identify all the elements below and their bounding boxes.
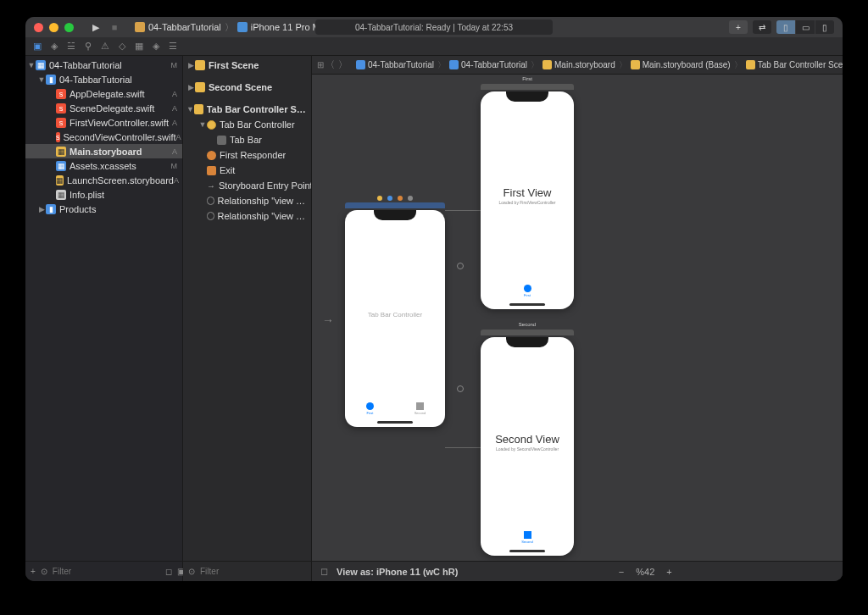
tab-bar[interactable]: First Second — [345, 398, 445, 418]
zoom-level: %42 — [636, 567, 654, 577]
first-view-scene[interactable]: First First View Loaded by FirstViewCont… — [481, 91, 574, 309]
outline-filter-input[interactable] — [200, 567, 308, 576]
project-row[interactable]: ▼▦ 04-TabbarTutorial M — [25, 58, 182, 72]
scene-row[interactable]: ▶ Second Scene — [183, 80, 311, 95]
segue-icon — [207, 197, 214, 205]
group-name: 04-TabbarTutorial — [59, 75, 132, 85]
zoom-out-button[interactable]: − — [619, 567, 624, 577]
entry-point-icon: → — [207, 181, 215, 191]
stop-button[interactable]: ■ — [108, 20, 121, 34]
home-indicator-icon — [509, 303, 545, 306]
outline-toggle-icon[interactable]: ◻ — [320, 566, 328, 577]
issue-tab[interactable]: ⚠ — [97, 38, 114, 55]
interface-builder-canvas[interactable]: → Tab Bar Controller First Second — [312, 75, 843, 561]
tab-first[interactable]: First — [345, 398, 395, 418]
tabbar-row[interactable]: Tab Bar — [183, 132, 311, 147]
folder-icon: ▮ — [46, 204, 56, 214]
file-row[interactable]: ▦ Info.plist — [25, 187, 182, 202]
folder-icon: ▮ — [46, 75, 56, 85]
notch-icon — [506, 337, 548, 347]
scene-header[interactable]: First — [481, 84, 574, 90]
zoom-in-button[interactable]: + — [666, 567, 671, 577]
tab-bar: Second — [481, 527, 574, 547]
find-tab[interactable]: ⚲ — [80, 38, 97, 55]
segue-line — [445, 447, 481, 448]
first-responder-icon — [207, 151, 216, 160]
scene-header[interactable]: Second — [481, 330, 574, 335]
forward-button[interactable]: 〉 — [338, 58, 348, 71]
relationship-row[interactable]: Relationship "view contr… — [183, 208, 311, 224]
show-debug-button[interactable]: ▭ — [796, 20, 815, 34]
segue-icon — [207, 212, 214, 220]
close-icon[interactable] — [34, 23, 43, 32]
view-as-label[interactable]: View as: iPhone 11 (wC hR) — [337, 567, 458, 577]
second-view-scene[interactable]: Second Second View Loaded by SecondViewC… — [481, 337, 574, 556]
scene-header[interactable] — [345, 202, 445, 208]
scene-row[interactable]: ▼ Tab Bar Controller Scene — [183, 102, 311, 117]
tab-second[interactable]: Second — [395, 398, 445, 418]
file-row-selected[interactable]: ▦ Main.storyboard A — [25, 144, 182, 158]
exit-row[interactable]: Exit — [183, 163, 311, 178]
home-indicator-icon — [509, 550, 545, 552]
add-button[interactable]: + — [31, 567, 36, 576]
swift-icon: s — [56, 89, 66, 99]
zoom-icon[interactable] — [64, 23, 74, 32]
controller-row[interactable]: ▼ Tab Bar Controller — [183, 117, 311, 132]
jumpbar-item[interactable]: Tab Bar Controller Scene — [744, 60, 843, 69]
filter-icon: ⊙ — [41, 567, 47, 576]
related-items-icon[interactable]: ⊞ — [317, 60, 324, 69]
file-row[interactable]: ▦ Assets.xcassets M — [25, 158, 182, 173]
source-control-tab[interactable]: ◈ — [46, 38, 63, 55]
report-tab[interactable]: ☰ — [164, 38, 181, 55]
first-responder-row[interactable]: First Responder — [183, 147, 311, 163]
recent-filter-icon[interactable]: ◻ — [165, 567, 172, 576]
debug-tab[interactable]: ▦ — [131, 38, 147, 55]
segue-icon[interactable] — [457, 263, 464, 269]
segue-icon[interactable] — [457, 385, 464, 392]
vcs-badge: M — [171, 61, 178, 69]
code-review-button[interactable]: ⇄ — [753, 20, 771, 34]
storyboard-icon — [631, 60, 640, 69]
project-icon — [356, 60, 365, 69]
entry-point-row[interactable]: → Storyboard Entry Point — [183, 178, 311, 193]
navigator-filter-bar: + ⊙ ◻ ▣ — [25, 561, 182, 581]
scene-icon — [195, 60, 205, 70]
navigator-filter-input[interactable] — [53, 567, 160, 576]
jumpbar-item[interactable]: Main.storyboard (Base) — [629, 60, 732, 69]
storyboard-icon — [542, 60, 552, 69]
navigator-toolbar: ▣ ◈ ☱ ⚲ ⚠ ◇ ▦ ◈ ☰ — [25, 37, 843, 56]
file-row[interactable]: ▦ LaunchScreen.storyboard A — [25, 173, 182, 187]
symbol-tab[interactable]: ☱ — [63, 38, 80, 55]
plist-icon: ▦ — [56, 190, 66, 200]
app-icon — [135, 22, 145, 32]
back-button[interactable]: 〈 — [326, 58, 335, 71]
jumpbar-item[interactable]: 04-TabbarTutorial — [448, 60, 529, 69]
test-tab[interactable]: ◇ — [114, 38, 131, 55]
relationship-row[interactable]: Relationship "view contr… — [183, 193, 311, 208]
viewcontroller-icon — [207, 120, 216, 130]
tabbar-icon — [217, 136, 226, 145]
tab-bar: First — [481, 280, 574, 301]
scene-row[interactable]: ▶ First Scene — [183, 58, 311, 73]
device-icon — [237, 22, 248, 32]
breakpoint-tab[interactable]: ◈ — [147, 38, 164, 55]
show-inspector-button[interactable]: ▯ — [815, 20, 834, 34]
jumpbar-item[interactable]: 04-TabbarTutorial — [354, 60, 436, 69]
library-button[interactable]: + — [729, 20, 748, 34]
entry-arrow-icon: → — [322, 313, 334, 327]
file-row[interactable]: s SceneDelegate.swift A — [25, 101, 182, 115]
group-row[interactable]: ▼▮ 04-TabbarTutorial — [25, 72, 182, 86]
tab-second: Second — [481, 527, 574, 547]
file-row[interactable]: s SecondViewController.swift A — [25, 130, 182, 144]
products-row[interactable]: ▶▮ Products — [25, 202, 182, 216]
view-title: Second View — [481, 433, 574, 446]
project-navigator-tab[interactable]: ▣ — [29, 38, 46, 55]
scheme-selector[interactable]: 04-TabbarTutorial 〉 iPhone 11 Pro Max — [135, 21, 330, 34]
run-button[interactable]: ▶ — [89, 20, 103, 34]
tabbar-controller-scene[interactable]: Tab Bar Controller First Second — [345, 210, 445, 427]
minimize-icon[interactable] — [49, 23, 58, 32]
file-row[interactable]: s FirstViewController.swift A — [25, 115, 182, 130]
jumpbar-item[interactable]: Main.storyboard — [541, 60, 617, 69]
show-navigator-button[interactable]: ▯ — [776, 20, 795, 34]
file-row[interactable]: s AppDelegate.swift A — [25, 86, 182, 101]
